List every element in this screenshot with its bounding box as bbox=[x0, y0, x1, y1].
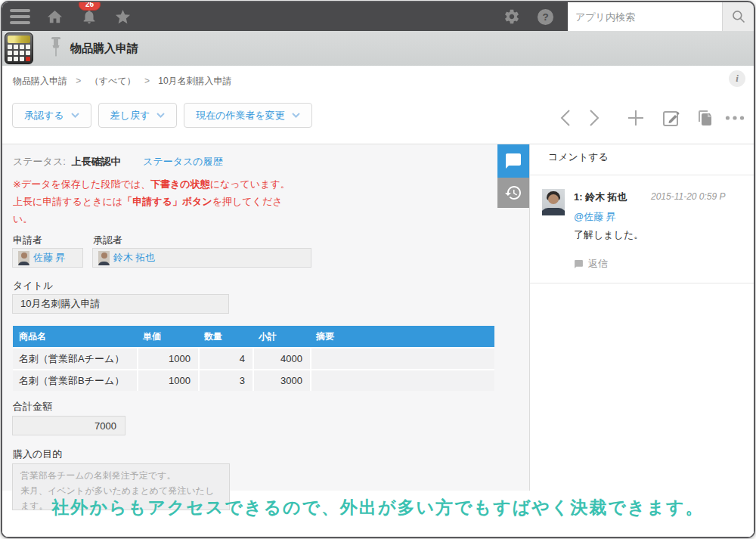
app-window: 26 ? 物品購入申請 物品購入申 bbox=[1, 1, 755, 538]
total-field: 7000 bbox=[12, 416, 125, 435]
svg-text:?: ? bbox=[542, 11, 548, 23]
reply-bubble-icon bbox=[574, 259, 584, 269]
send-back-button[interactable]: 差し戻す bbox=[98, 103, 178, 128]
comment-compose-link[interactable]: コメントする bbox=[548, 150, 609, 164]
chevron-down-icon bbox=[292, 113, 300, 118]
history-icon bbox=[504, 184, 522, 202]
pin-icon[interactable] bbox=[51, 37, 61, 63]
breadcrumb-separator: > bbox=[144, 76, 150, 86]
screenshot-stage: 26 ? 物品購入申請 物品購入申 bbox=[0, 0, 756, 539]
ellipsis-icon bbox=[725, 115, 745, 121]
chevron-right-icon bbox=[589, 109, 600, 127]
applicant-avatar bbox=[18, 251, 29, 265]
commenter-name: 1: 鈴木 拓也 bbox=[574, 191, 627, 204]
breadcrumb: 物品購入申請 > （すべて） > 10月名刺購入申請 bbox=[13, 75, 232, 88]
record-header-zone: 物品購入申請 > （すべて） > 10月名刺購入申請 i 承認する 差し戻す 現… bbox=[2, 66, 754, 144]
table-row: 名刺（営業部Bチーム） 1000 3 3000 bbox=[13, 369, 494, 391]
gear-settings-icon[interactable] bbox=[503, 8, 521, 26]
next-record-button[interactable] bbox=[584, 108, 604, 128]
help-icon[interactable]: ? bbox=[536, 8, 554, 26]
chevron-left-icon bbox=[559, 109, 571, 127]
change-assignee-button[interactable]: 現在の作業者を変更 bbox=[184, 103, 312, 128]
chevron-down-icon bbox=[71, 113, 79, 118]
status-history-link[interactable]: ステータスの履歴 bbox=[143, 156, 223, 167]
plus-icon bbox=[627, 110, 644, 126]
top-navigation-bar: 26 ? bbox=[2, 2, 754, 31]
purpose-label: 購入の目的 bbox=[13, 448, 62, 461]
comment-timestamp: 2015-11-20 0:59 P bbox=[651, 191, 726, 202]
more-options-button[interactable] bbox=[725, 108, 745, 128]
comment-reply-button[interactable]: 返信 bbox=[574, 257, 608, 271]
chat-bubble-icon bbox=[504, 152, 522, 170]
info-icon[interactable]: i bbox=[729, 70, 745, 87]
title-label: タイトル bbox=[13, 279, 53, 293]
home-icon[interactable] bbox=[45, 8, 64, 26]
notification-badge: 26 bbox=[79, 1, 101, 11]
copy-record-button[interactable] bbox=[696, 108, 715, 128]
search-button[interactable] bbox=[722, 2, 754, 31]
items-table-header: 商品名 単価 数量 小計 摘要 bbox=[13, 326, 494, 347]
approver-user-link[interactable]: 鈴木 拓也 bbox=[113, 251, 156, 265]
app-title: 物品購入申請 bbox=[70, 42, 138, 56]
applicant-label: 申請者 bbox=[13, 234, 42, 247]
previous-record-button[interactable] bbox=[555, 108, 575, 128]
comment-mention-link[interactable]: @佐藤 昇 bbox=[574, 210, 616, 224]
history-tab[interactable] bbox=[497, 178, 529, 208]
approver-label: 承認者 bbox=[93, 234, 122, 247]
star-favorites-icon[interactable] bbox=[113, 8, 132, 26]
status-value: 上長確認中 bbox=[71, 156, 120, 167]
status-label: ステータス: bbox=[13, 156, 66, 167]
copy-icon bbox=[696, 109, 714, 127]
chevron-down-icon bbox=[156, 113, 165, 118]
status-row: ステータス: 上長確認中 ステータスの履歴 bbox=[13, 155, 223, 169]
app-search-box bbox=[568, 2, 754, 31]
approve-button[interactable]: 承認する bbox=[12, 103, 91, 128]
search-input[interactable] bbox=[568, 2, 722, 31]
breadcrumb-view-link[interactable]: （すべて） bbox=[90, 76, 136, 86]
edit-record-button[interactable] bbox=[662, 108, 681, 128]
panel-divider bbox=[530, 283, 754, 283]
app-header: 物品購入申請 bbox=[2, 31, 754, 67]
comment-body: 了解しました。 bbox=[574, 228, 643, 242]
edit-icon bbox=[662, 109, 680, 127]
workflow-actions: 承認する 差し戻す 現在の作業者を変更 bbox=[12, 103, 312, 128]
calculator-app-icon[interactable] bbox=[5, 33, 33, 64]
total-label: 合計金額 bbox=[13, 400, 52, 414]
table-row: 名刺（営業部Aチーム） 1000 4 4000 bbox=[13, 347, 494, 369]
panel-divider bbox=[530, 175, 754, 175]
breadcrumb-app-link[interactable]: 物品購入申請 bbox=[13, 76, 67, 86]
notification-bell-icon[interactable]: 26 bbox=[80, 8, 98, 26]
title-field: 10月名刺購入申請 bbox=[12, 294, 229, 314]
add-record-button[interactable] bbox=[626, 108, 646, 128]
approver-avatar bbox=[98, 251, 110, 265]
commenter-avatar bbox=[542, 189, 565, 215]
hamburger-menu-icon[interactable] bbox=[10, 9, 30, 24]
marketing-caption: 社外からもアクセスできるので、外出が多い方でもすばやく決裁できます。 bbox=[2, 496, 754, 519]
draft-warning-text: ※データを保存した段階では、下書きの状態になっています。 上長に申請するときには… bbox=[13, 175, 300, 228]
record-toolbar bbox=[555, 108, 745, 128]
approver-field: 鈴木 拓也 bbox=[92, 248, 311, 268]
applicant-user-link[interactable]: 佐藤 昇 bbox=[33, 251, 66, 265]
breadcrumb-separator: > bbox=[76, 76, 81, 86]
items-table: 商品名 単価 数量 小計 摘要 名刺（営業部Aチーム） 1000 4 4000 … bbox=[13, 326, 494, 391]
search-icon bbox=[731, 9, 746, 24]
applicant-field: 佐藤 昇 bbox=[12, 248, 83, 268]
breadcrumb-current: 10月名刺購入申請 bbox=[158, 76, 231, 86]
comments-tab[interactable] bbox=[497, 144, 529, 178]
